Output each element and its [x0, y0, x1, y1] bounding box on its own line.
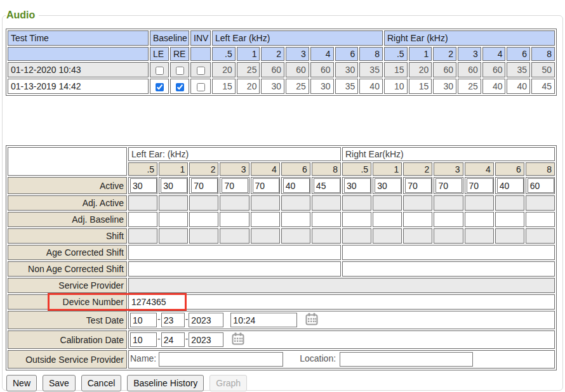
shift-cell — [526, 228, 555, 244]
baseline-history-button[interactable]: Baseline History — [127, 375, 204, 391]
active-cell — [495, 177, 524, 194]
active-cell — [342, 177, 371, 194]
hearing-value-cell: 30 — [310, 79, 334, 94]
freq-header: 2 — [403, 162, 432, 176]
active-left-input[interactable] — [222, 178, 248, 193]
active-right-input[interactable] — [344, 178, 371, 193]
col-header-left-ear: Left Ear (kHz) — [212, 30, 383, 46]
test-date-day-input[interactable] — [161, 313, 185, 327]
test-time-input[interactable] — [230, 313, 297, 327]
new-button[interactable]: New — [6, 375, 37, 391]
baseline-le-checkbox-cell — [150, 79, 169, 94]
calibration-date-year-input[interactable] — [189, 332, 223, 347]
detail-right-ear-header: Right Ear(kHz) — [342, 147, 555, 161]
hearing-value-cell: 60 — [433, 62, 456, 77]
non-age-corrected-shift-right-cell — [342, 261, 555, 277]
baseline-le-checkbox-cell — [150, 62, 169, 77]
adj-baseline-cell — [159, 212, 188, 227]
row-label-age-corrected-shift: Age Corrected Shift — [8, 245, 127, 260]
active-left-input[interactable] — [161, 178, 187, 193]
freq-header: 4 — [310, 47, 334, 61]
osp-location-input[interactable] — [340, 352, 473, 367]
inv-checkbox-cell — [190, 79, 211, 94]
test-time-cell[interactable]: 01-13-2019 14:42 — [8, 79, 149, 94]
test-time-cell[interactable]: 01-12-2020 10:43 — [8, 62, 149, 77]
osp-name-input[interactable] — [159, 352, 283, 367]
adj-baseline-cell — [403, 212, 432, 227]
active-left-input[interactable] — [314, 178, 340, 193]
adj-baseline-cell — [526, 212, 555, 227]
freq-header: 4 — [251, 162, 280, 176]
baseline-le-checkbox[interactable] — [156, 83, 164, 91]
hearing-value-cell: 60 — [261, 62, 284, 77]
adj-baseline-cell — [342, 212, 371, 227]
shift-cell — [495, 228, 524, 244]
inv-checkbox[interactable] — [197, 67, 205, 75]
active-right-input[interactable] — [467, 178, 493, 193]
freq-header: 4 — [465, 162, 494, 176]
freq-header: 1 — [409, 47, 432, 61]
calibration-date-month-input[interactable] — [130, 332, 157, 347]
shift-cell — [159, 228, 188, 244]
shift-cell — [434, 228, 463, 244]
calendar-icon[interactable] — [305, 313, 318, 327]
hearing-value-cell: 20 — [409, 62, 432, 77]
freq-header: .5 — [342, 162, 371, 176]
adj-active-cell — [281, 195, 310, 211]
hearing-value-cell: 30 — [335, 62, 359, 77]
hearing-value-cell: 25 — [286, 79, 309, 94]
calendar-icon[interactable] — [232, 332, 244, 347]
adj-baseline-cell — [251, 212, 280, 227]
freq-header: .5 — [128, 162, 157, 176]
active-cell — [251, 177, 280, 194]
date-separator: - — [185, 314, 189, 324]
active-right-input[interactable] — [435, 178, 462, 193]
col-header-right-ear: Right Ear (kHz) — [384, 30, 555, 46]
adj-active-cell — [128, 195, 157, 211]
audiogram-detail-table: Left Ear: (kHz) Right Ear(kHz) .5 1 2 3 … — [6, 145, 557, 370]
baseline-re-checkbox-cell — [170, 62, 189, 77]
save-button[interactable]: Save — [43, 375, 76, 391]
hearing-value-cell: 20 — [237, 79, 260, 94]
active-cell — [526, 177, 555, 194]
adj-active-cell — [312, 195, 341, 211]
baseline-re-checkbox[interactable] — [176, 67, 184, 75]
active-right-input[interactable] — [405, 178, 432, 193]
inv-checkbox[interactable] — [197, 83, 205, 91]
active-left-input[interactable] — [253, 178, 279, 193]
test-date-year-input[interactable] — [189, 313, 223, 327]
adj-active-cell — [159, 195, 188, 211]
hearing-value-cell: 40 — [482, 79, 506, 94]
history-row: 01-12-2020 10:43 20 25 60 60 60 30 35 15… — [8, 62, 555, 77]
adj-baseline-cell — [495, 212, 524, 227]
adj-baseline-cell — [281, 212, 310, 227]
freq-header: 1 — [159, 162, 188, 176]
active-left-input[interactable] — [283, 178, 310, 193]
shift-cell — [342, 228, 371, 244]
hearing-value-cell: 35 — [335, 79, 359, 94]
freq-header: 8 — [359, 47, 383, 61]
hearing-value-cell: 50 — [531, 62, 555, 77]
active-left-input[interactable] — [191, 178, 218, 193]
freq-header: 1 — [373, 162, 402, 176]
active-right-input[interactable] — [528, 178, 554, 193]
hearing-value-cell: 60 — [310, 62, 334, 77]
baseline-le-checkbox[interactable] — [156, 67, 164, 75]
freq-header: 6 — [507, 47, 530, 61]
hearing-value-cell: 60 — [458, 62, 481, 77]
freq-header: 1 — [237, 47, 260, 61]
row-label-service-provider: Service Provider — [8, 278, 127, 293]
row-label-test-date: Test Date — [8, 311, 127, 329]
cancel-button[interactable]: Cancel — [81, 375, 122, 391]
calibration-date-day-input[interactable] — [161, 332, 185, 347]
freq-header: 3 — [434, 162, 463, 176]
active-left-input[interactable] — [130, 178, 157, 193]
test-date-month-input[interactable] — [130, 313, 157, 327]
row-label-outside-service-provider: Outside Service Provider — [8, 350, 127, 369]
hearing-value-cell: 25 — [458, 79, 481, 94]
active-right-input[interactable] — [375, 178, 401, 193]
baseline-re-checkbox[interactable] — [176, 83, 184, 91]
shift-cell — [281, 228, 310, 244]
active-right-input[interactable] — [497, 178, 524, 193]
date-separator: - — [185, 334, 189, 344]
